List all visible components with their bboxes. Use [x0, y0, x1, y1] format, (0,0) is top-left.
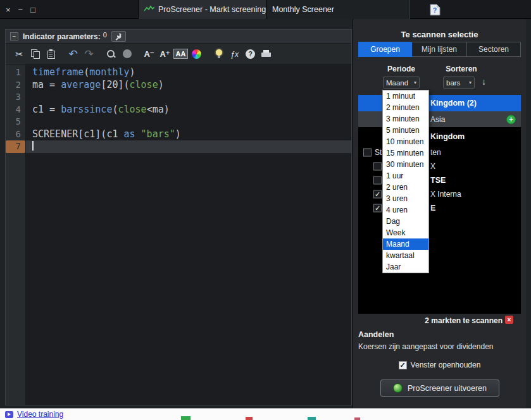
- maximize-window-icon[interactable]: □: [30, 6, 35, 14]
- line-number: 5: [6, 116, 25, 128]
- tab-sectoren[interactable]: Sectoren: [467, 42, 521, 57]
- dropdown-option[interactable]: 2 minuten: [383, 102, 428, 113]
- window-controls: × − □: [6, 0, 35, 19]
- dropdown-option[interactable]: 2 uren: [383, 182, 428, 193]
- paste-button[interactable]: [43, 46, 59, 61]
- market-checkbox[interactable]: [363, 149, 372, 157]
- dropdown-option[interactable]: Week: [383, 227, 428, 238]
- dropdown-option[interactable]: 3 minuten: [383, 113, 428, 125]
- dropdown-option[interactable]: 4 uren: [383, 204, 428, 216]
- line-number-current: 7: [6, 140, 25, 153]
- dropdown-option[interactable]: 1 minuut: [383, 90, 428, 102]
- code-line[interactable]: [26, 91, 351, 104]
- code-token: ): [130, 66, 135, 78]
- dropdown-option[interactable]: 10 minuten: [383, 136, 428, 147]
- print-icon: [261, 50, 271, 58]
- markets-count-text: 2 markten te scannen: [353, 316, 503, 325]
- code-line[interactable]: c1 = barssince(close<ma): [26, 104, 351, 116]
- tab-groepen[interactable]: Groepen: [358, 42, 412, 57]
- market-checkbox-checked[interactable]: ✓: [373, 204, 382, 213]
- dropdown-option[interactable]: 3 uren: [383, 193, 428, 204]
- check-icon: ✓: [375, 191, 380, 198]
- colors-button[interactable]: [189, 46, 204, 61]
- print-button[interactable]: [258, 46, 274, 61]
- font-family-button[interactable]: AA: [173, 46, 189, 61]
- comment-icon: [123, 49, 132, 58]
- dropdown-option[interactable]: 5 minuten: [383, 125, 428, 136]
- periode-dropdown: 1 minuut 2 minuten 3 minuten 5 minuten 1…: [382, 90, 429, 273]
- cut-button[interactable]: ✂: [11, 46, 27, 61]
- close-window-icon[interactable]: ×: [6, 6, 11, 14]
- tab-proscreener-markt-screening[interactable]: ProScreener - Markt screening: [138, 0, 266, 19]
- tab-monthly-screener-label: Monthly Screener: [272, 5, 334, 14]
- add-icon[interactable]: +: [506, 114, 516, 124]
- code-line[interactable]: timeframe(monthly): [26, 66, 351, 79]
- dropdown-option[interactable]: kwartaal: [383, 250, 428, 261]
- market-group-label: Kingdom: [430, 132, 465, 141]
- code-line[interactable]: ma = average[20](close): [26, 79, 351, 92]
- periode-select-value: Maand: [386, 79, 408, 87]
- text-cursor: [32, 141, 34, 151]
- market-checkbox-checked[interactable]: ✓: [373, 190, 382, 199]
- market-row-label: Kingdom (2): [430, 99, 477, 108]
- dropdown-option-selected[interactable]: Maand: [383, 238, 428, 250]
- tab-monthly-screener[interactable]: Monthly Screener: [266, 0, 410, 19]
- help-button[interactable]: ?: [242, 46, 258, 61]
- cutoff-icon-fragment: [246, 417, 253, 420]
- clear-selection-icon[interactable]: ×: [505, 316, 513, 324]
- sorteren-label: Sorteren: [443, 65, 480, 73]
- titlebar: × − □ ProScreener - Markt screening Mont…: [0, 0, 531, 19]
- code-token: [135, 128, 141, 140]
- font-decrease-button[interactable]: A⁻: [141, 46, 157, 61]
- comment-button[interactable]: [119, 46, 135, 61]
- keep-open-checkbox[interactable]: ✓: [399, 361, 407, 369]
- dropdown-option[interactable]: Dag: [383, 216, 428, 227]
- dropdown-option[interactable]: Jaar: [383, 261, 428, 273]
- minimize-window-icon[interactable]: −: [18, 6, 23, 14]
- search-button[interactable]: [103, 46, 119, 61]
- code-token: close: [130, 79, 158, 90]
- code-token: monthly: [89, 66, 129, 78]
- code-token: timeframe: [32, 66, 84, 78]
- video-training-link[interactable]: Video training: [17, 410, 63, 419]
- line-number: 3: [6, 91, 25, 104]
- functions-button[interactable]: ƒx: [227, 46, 242, 61]
- collapse-icon[interactable]: −: [10, 32, 18, 40]
- redo-icon: ↷: [84, 49, 93, 59]
- tab-mijn-lijsten[interactable]: Mijn lijsten: [412, 42, 467, 57]
- toolbar-separator: [204, 46, 211, 61]
- dropdown-option[interactable]: 1 uur: [383, 170, 428, 182]
- editor-panel: − Indicator parameters: 0 ✂ ↶ ↷ A⁻ A⁺ AA…: [5, 29, 352, 405]
- copy-button[interactable]: [27, 46, 43, 61]
- dropdown-option[interactable]: 30 minuten: [383, 159, 428, 170]
- periode-select[interactable]: Maand ▾: [383, 77, 420, 89]
- help-document-icon[interactable]: ?: [428, 3, 442, 16]
- code-line[interactable]: SCREENER[c1](c1 as "bars"): [26, 128, 351, 141]
- market-checkbox[interactable]: [373, 163, 382, 171]
- suggestions-button[interactable]: [211, 46, 227, 61]
- code-line-current[interactable]: [26, 140, 351, 153]
- code-token: as: [124, 128, 135, 140]
- code-line[interactable]: [26, 116, 351, 128]
- market-checkbox[interactable]: [373, 176, 382, 185]
- font-increase-button[interactable]: A⁺: [157, 46, 173, 61]
- indicator-parameters-label: Indicator parameters:: [23, 32, 101, 41]
- check-icon: ✓: [375, 205, 380, 212]
- sorteren-select[interactable]: bars ▾: [443, 77, 475, 89]
- code-token: c1 =: [32, 104, 61, 115]
- sorteren-select-value: bars: [446, 79, 460, 87]
- sort-direction-icon[interactable]: ↓: [482, 77, 486, 87]
- tab-proscreener-label: ProScreener - Markt screening: [158, 5, 266, 14]
- market-row-label: E: [430, 204, 435, 213]
- wrench-button[interactable]: [111, 31, 126, 42]
- font-increase-icon: A⁺: [159, 50, 170, 58]
- redo-button[interactable]: ↷: [81, 46, 97, 61]
- dropdown-option[interactable]: 15 minuten: [383, 147, 428, 159]
- cutoff-icon-fragment: [181, 416, 191, 420]
- code-editor[interactable]: 1 2 3 4 5 6 7 timeframe(monthly) ma = av…: [6, 65, 351, 405]
- svg-text:?: ?: [433, 7, 437, 14]
- run-proscreener-button[interactable]: ProScreener uitvoeren: [380, 380, 499, 397]
- keep-open-label: Venster openhouden: [411, 361, 481, 369]
- undo-button[interactable]: ↶: [65, 46, 81, 61]
- cutoff-icon-fragment: [308, 417, 316, 420]
